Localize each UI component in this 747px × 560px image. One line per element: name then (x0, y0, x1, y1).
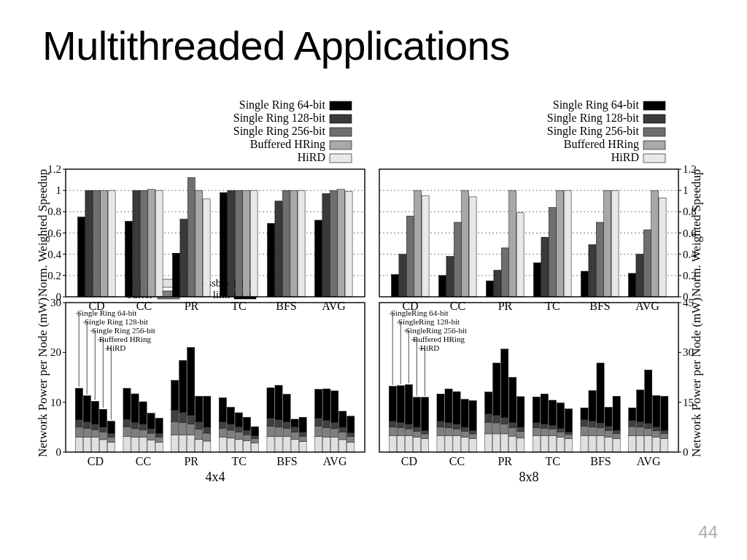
stacked-bar-seg (187, 415, 195, 424)
stacked-bar-seg (83, 396, 90, 422)
stacked-bar-seg (75, 438, 82, 453)
stacked-bar-seg (565, 432, 572, 435)
stacked-bar-seg (437, 427, 444, 435)
stacked-bar-seg (653, 396, 660, 427)
bar (462, 190, 469, 297)
bar (604, 190, 611, 297)
stacked-bar-seg (397, 386, 404, 423)
annotation-label: Single Ring 256-bit (92, 326, 155, 335)
bar (108, 190, 115, 297)
stacked-bar-seg (267, 419, 274, 427)
stacked-bar-seg (485, 422, 492, 434)
ytick: 1 (56, 184, 62, 196)
stacked-bar-seg (581, 419, 588, 426)
stacked-bar-seg (445, 435, 452, 452)
bar (228, 190, 235, 297)
bar (439, 276, 446, 297)
legend-swatch (643, 154, 665, 163)
stacked-bar-seg (196, 396, 203, 421)
stacked-bar-seg (187, 348, 195, 416)
bar (659, 198, 666, 297)
bar (187, 178, 195, 297)
bar (509, 190, 516, 297)
legend-swatch (643, 114, 665, 123)
legend-swatch (330, 154, 352, 163)
xtick: CC (136, 455, 151, 467)
bar (180, 219, 187, 297)
bar (589, 245, 596, 297)
stacked-bar-seg (275, 420, 282, 427)
stacked-bar-seg (107, 438, 115, 443)
stacked-bar-seg (291, 419, 298, 427)
stacked-bar-seg (251, 439, 258, 443)
stacked-bar-seg (653, 427, 660, 430)
stacked-bar-seg (107, 421, 115, 433)
bar (564, 190, 571, 297)
ytick: 0.6 (683, 228, 697, 239)
bar (541, 237, 549, 297)
stacked-bar-seg (299, 432, 306, 436)
stacked-bar-seg (565, 409, 572, 432)
stacked-bar-seg (597, 363, 604, 423)
stacked-bar-seg (107, 433, 115, 437)
ytick: 0.8 (683, 206, 697, 217)
ytick: 1.2 (683, 163, 697, 175)
stacked-bar-seg (437, 421, 444, 427)
stacked-bar-seg (91, 401, 98, 424)
stacked-bar-seg (275, 427, 282, 437)
stacked-bar-seg (589, 421, 596, 427)
stacked-bar-seg (291, 439, 298, 452)
stacked-bar-seg (629, 408, 636, 420)
xtick: CD (88, 455, 104, 467)
stacked-bar-seg (581, 426, 588, 435)
stacked-bar-seg (315, 389, 322, 419)
stacked-bar-seg (99, 427, 107, 432)
stacked-bar-seg (339, 411, 347, 427)
stacked-bar-seg (493, 423, 500, 434)
stacked-bar-seg (421, 434, 428, 439)
bar (315, 220, 322, 297)
stacked-bar-seg (493, 363, 500, 416)
stacked-bar-seg (565, 439, 572, 452)
stacked-bar-seg (405, 385, 412, 424)
stacked-bar-seg (204, 396, 211, 427)
stacked-bar-seg (75, 427, 82, 438)
bar (78, 217, 85, 297)
stacked-bar-seg (461, 431, 468, 437)
bar (406, 216, 414, 297)
stacked-bar-seg (315, 419, 322, 427)
stacked-bar-seg (589, 435, 596, 452)
annotation-label: Single Ring 128-bit (85, 317, 148, 326)
stacked-bar-seg (461, 438, 468, 453)
stacked-bar-seg (179, 360, 187, 412)
stacked-bar-seg (517, 427, 525, 432)
bar (243, 190, 250, 297)
stacked-bar-seg (299, 436, 306, 442)
legend-swatch (643, 128, 665, 136)
stacked-bar-seg (243, 430, 250, 435)
bar (422, 195, 429, 297)
bar (414, 190, 422, 297)
stacked-bar-seg (83, 428, 90, 437)
stacked-bar-seg (613, 439, 620, 452)
stacked-bar-seg (99, 432, 107, 440)
stacked-bar-seg (267, 426, 274, 436)
xtick: PR (498, 300, 513, 312)
stacked-bar-seg (389, 435, 396, 452)
xtick: AVG (322, 300, 346, 312)
bar (446, 257, 454, 297)
stacked-bar-seg (493, 415, 500, 422)
bar (203, 199, 210, 297)
stacked-bar-seg (485, 392, 492, 414)
stacked-bar-seg (533, 435, 540, 452)
bar (469, 197, 476, 297)
bar (392, 274, 399, 297)
bar (516, 213, 524, 297)
stacked-bar-seg (347, 442, 355, 452)
bar (454, 222, 461, 297)
annotation-label: Buffered HRing (413, 335, 465, 343)
ytick: 1.2 (47, 163, 61, 175)
stacked-bar-seg (549, 425, 556, 429)
stacked-bar-seg (661, 439, 668, 452)
stacked-bar-seg (299, 417, 306, 432)
